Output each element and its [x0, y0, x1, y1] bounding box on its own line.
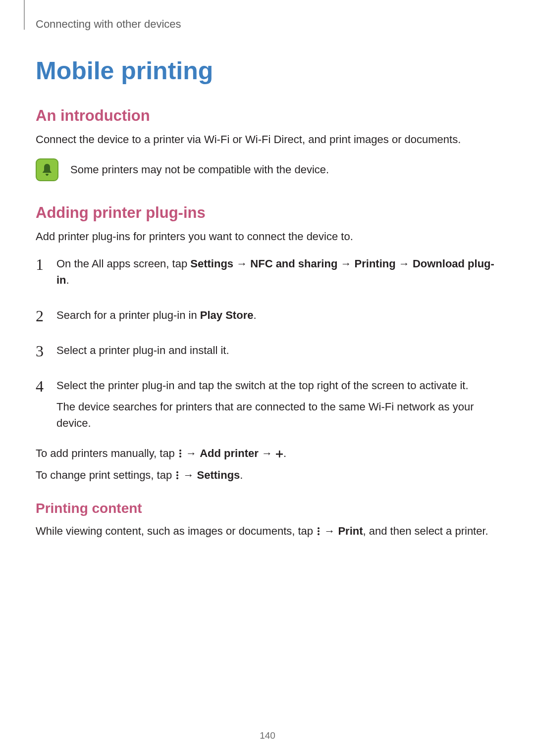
p1-arrow2: →	[259, 447, 275, 459]
step1-a1: →	[233, 257, 250, 270]
intro-body: Connect the device to a printer via Wi-F…	[36, 132, 499, 148]
page-corner-mark	[24, 0, 25, 30]
more-options-icon	[178, 446, 183, 463]
svg-point-0	[179, 450, 181, 452]
p1-b1: Add printer	[200, 447, 259, 459]
plugins-body: Add printer plug-ins for printers you wa…	[36, 229, 499, 245]
p1-pre: To add printers manually, tap	[36, 447, 178, 459]
step2-b1: Play Store	[200, 309, 254, 321]
step4-line2: The device searches for printers that ar…	[56, 399, 499, 431]
p2-pre: To change print settings, tap	[36, 469, 175, 481]
step1-b2: NFC and sharing	[250, 257, 337, 270]
note-row: Some printers may not be compatible with…	[36, 158, 499, 181]
change-settings-line: To change print settings, tap → Settings…	[36, 467, 499, 485]
pc-post: , and then select a printer.	[363, 525, 488, 537]
step1-b3: Printing	[355, 257, 396, 270]
manual-add-line: To add printers manually, tap → Add prin…	[36, 445, 499, 463]
svg-point-2	[179, 455, 181, 457]
printing-body: While viewing content, such as images or…	[36, 523, 499, 540]
svg-point-9	[318, 530, 320, 532]
more-options-icon	[175, 468, 180, 485]
note-bell-icon	[36, 158, 58, 181]
step-4: Select the printer plug-in and tap the s…	[36, 377, 499, 431]
after-steps: To add printers manually, tap → Add prin…	[36, 445, 499, 485]
step-3: Select a printer plug-in and install it.	[36, 342, 499, 358]
plus-icon	[275, 446, 283, 463]
svg-point-8	[318, 527, 320, 529]
steps-list: On the All apps screen, tap Settings → N…	[36, 255, 499, 431]
step2-pre: Search for a printer plug-in in	[56, 309, 200, 321]
step2-post: .	[253, 309, 256, 321]
step-1-text: On the All apps screen, tap Settings → N…	[56, 257, 494, 286]
pc-arrow: →	[321, 525, 338, 537]
page-content: Connecting with other devices Mobile pri…	[0, 0, 535, 540]
svg-point-6	[176, 474, 178, 476]
p2-post: .	[240, 469, 243, 481]
page-title: Mobile printing	[36, 56, 499, 85]
step1-post: .	[66, 274, 69, 286]
svg-point-10	[318, 533, 320, 535]
page-number: 140	[0, 730, 535, 741]
p1-arrow1: →	[183, 447, 200, 459]
p2-arrow1: →	[180, 469, 197, 481]
svg-point-7	[176, 477, 178, 479]
breadcrumb: Connecting with other devices	[36, 18, 499, 31]
svg-point-5	[176, 471, 178, 473]
step1-b1: Settings	[190, 257, 233, 270]
step1-a2: →	[337, 257, 354, 270]
note-text: Some printers may not be compatible with…	[70, 163, 329, 176]
step1-a3: →	[396, 257, 413, 270]
pc-b1: Print	[338, 525, 363, 537]
pc-pre: While viewing content, such as images or…	[36, 525, 316, 537]
svg-rect-4	[276, 454, 283, 455]
step3-text: Select a printer plug-in and install it.	[56, 344, 229, 356]
step4-line1: Select the printer plug-in and tap the s…	[56, 379, 469, 392]
p2-b1: Settings	[197, 469, 240, 481]
svg-point-1	[179, 453, 181, 454]
step1-pre: On the All apps screen, tap	[56, 257, 190, 270]
p1-post: .	[283, 447, 286, 459]
step-1: On the All apps screen, tap Settings → N…	[36, 255, 499, 288]
more-options-icon	[316, 524, 321, 540]
section-heading-intro: An introduction	[36, 107, 499, 125]
section-heading-plugins: Adding printer plug-ins	[36, 204, 499, 222]
subsection-heading-printing: Printing content	[36, 501, 499, 516]
step-2: Search for a printer plug-in in Play Sto…	[36, 307, 499, 323]
